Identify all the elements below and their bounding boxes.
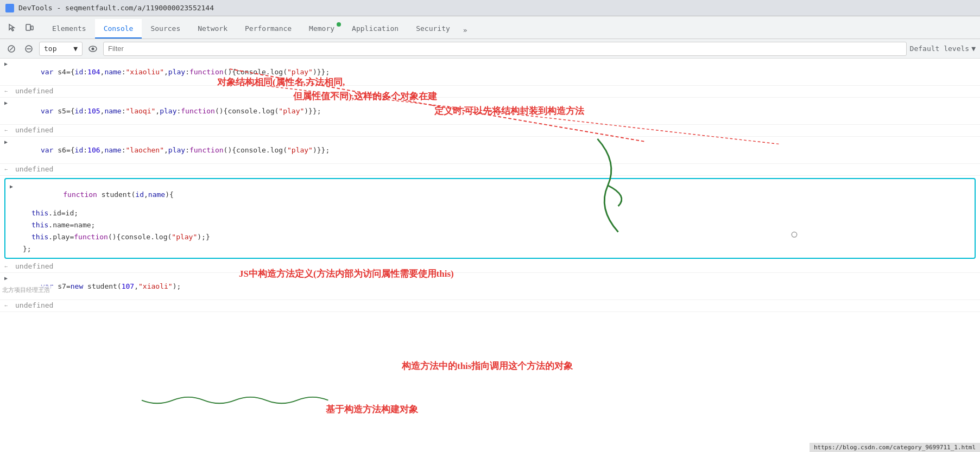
- func-block-line-3: this.play=function(){console.log("play")…: [5, 232, 975, 244]
- console-toolbar: top ▼ Default levels ▼: [0, 39, 980, 59]
- return-arrow-2: [4, 127, 13, 133]
- output-value-1: undefined: [15, 87, 53, 95]
- device-toolbar-icon[interactable]: [22, 20, 37, 35]
- function-block: function student(id,name){ this.id=id; t…: [4, 178, 976, 259]
- output-value-4: undefined: [15, 301, 53, 309]
- console-input-2: var s5={id:105,name:"laoqi",play:functio…: [0, 98, 980, 125]
- tab-sources[interactable]: Sources: [142, 19, 189, 39]
- tab-security[interactable]: Security: [407, 19, 459, 39]
- console-output-3: undefined: [0, 164, 980, 176]
- func-block-line-4: };: [5, 244, 975, 256]
- return-arrow-1: [4, 88, 13, 94]
- default-levels-dropdown[interactable]: Default levels ▼: [910, 44, 976, 53]
- expand-arrow-2[interactable]: [4, 100, 13, 106]
- svg-rect-1: [31, 26, 33, 30]
- return-arrow-3: [4, 166, 13, 172]
- watermark: 北方项目经理王浩: [0, 285, 52, 295]
- tab-application[interactable]: Application: [343, 19, 407, 39]
- window-title: DevTools - seqmentfault.com/a/1190000023…: [18, 4, 214, 12]
- console-output-2: undefined: [0, 125, 980, 137]
- console-area: var s4={id:104,name:"xiaoliu",play:funct…: [0, 59, 980, 452]
- block-console-button[interactable]: [22, 42, 36, 56]
- main-tabs: Elements Console Sources Network Perform…: [43, 16, 976, 39]
- context-selector[interactable]: top ▼: [39, 42, 83, 56]
- svg-line-3: [10, 47, 13, 50]
- annotation-red-6: 基于构造方法构建对象: [326, 403, 418, 416]
- tab-memory[interactable]: Memory: [300, 19, 343, 39]
- expand-arrow-1[interactable]: [4, 61, 13, 67]
- func-expand-arrow[interactable]: [10, 183, 18, 189]
- func-code-line-0: function student(id,name){: [21, 182, 174, 207]
- console-input-3: var s6={id:106,name:"laochen",play:funct…: [0, 137, 980, 164]
- tab-network[interactable]: Network: [189, 19, 236, 39]
- tab-console[interactable]: Console: [95, 19, 142, 39]
- svg-rect-0: [26, 24, 30, 30]
- console-output-1: undefined: [0, 86, 980, 98]
- eye-icon[interactable]: [86, 42, 100, 56]
- function-block-container: function student(id,name){ this.id=id; t…: [0, 178, 980, 259]
- console-input-4: var s7=new student(107,"xiaoli");: [0, 273, 980, 300]
- svg-point-7: [92, 47, 94, 50]
- filter-input[interactable]: [103, 42, 907, 56]
- url-bar: https://blog.csdn.com/category_9699711_1…: [810, 443, 980, 452]
- tab-bar: Elements Console Sources Network Perform…: [0, 16, 980, 39]
- default-levels-label: Default levels: [910, 44, 970, 53]
- annotation-red-5: 构造方法中的this指向调用这个方法的对象: [402, 360, 573, 372]
- func-block-line-2: this.name=name;: [5, 220, 975, 232]
- code-line-1: var s4={id:104,name:"xiaoliu",play:funct…: [15, 60, 330, 84]
- more-tabs-button[interactable]: »: [459, 22, 472, 39]
- default-levels-arrow: ▼: [971, 44, 976, 53]
- func-code-line-3: this.play=function(){console.log("play")…: [31, 233, 210, 241]
- output-value-block: undefined: [15, 262, 53, 270]
- tab-elements[interactable]: Elements: [43, 19, 95, 39]
- select-element-icon[interactable]: [4, 20, 20, 35]
- console-output-4: undefined: [0, 300, 980, 312]
- expand-arrow-3[interactable]: [4, 139, 13, 145]
- console-output-block: undefined: [0, 261, 980, 273]
- title-bar: DevTools - seqmentfault.com/a/1190000023…: [0, 0, 980, 16]
- func-block-line-0: function student(id,name){: [5, 181, 975, 208]
- expand-arrow-4[interactable]: [4, 275, 13, 281]
- devtools-tools: [4, 16, 43, 39]
- tab-performance[interactable]: Performance: [236, 19, 300, 39]
- clear-console-button[interactable]: [4, 42, 18, 56]
- output-value-2: undefined: [15, 126, 53, 134]
- context-dropdown-icon: ▼: [73, 44, 78, 53]
- console-input-1: var s4={id:104,name:"xiaoliu",play:funct…: [0, 59, 980, 86]
- devtools-icon: [5, 4, 14, 12]
- func-block-line-1: this.id=id;: [5, 208, 975, 220]
- func-code-line-1: this.id=id;: [31, 209, 78, 217]
- return-arrow-block: [4, 263, 13, 269]
- code-line-2: var s5={id:105,name:"laoqi",play:functio…: [15, 99, 321, 123]
- output-value-3: undefined: [15, 165, 53, 173]
- func-code-line-4: };: [23, 245, 31, 253]
- context-value: top: [44, 44, 56, 53]
- code-line-3: var s6={id:106,name:"laochen",play:funct…: [15, 138, 330, 162]
- return-arrow-4: [4, 302, 13, 308]
- func-code-line-2: this.name=name;: [31, 221, 95, 229]
